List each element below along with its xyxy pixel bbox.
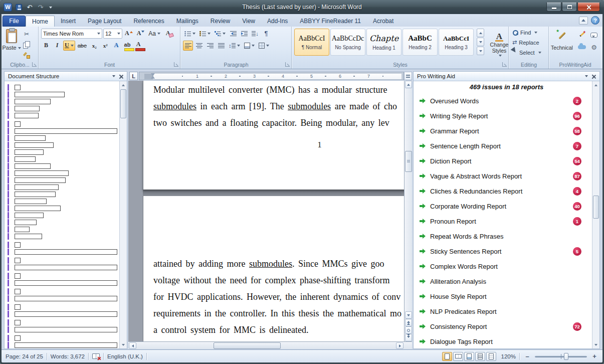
structure-item[interactable] [5,135,127,141]
structure-item[interactable] [5,311,127,317]
cut-button[interactable]: ✂ [22,29,32,39]
style-heading-2[interactable]: AaBbCHeading 2 [402,29,438,56]
structure-item[interactable] [5,192,127,197]
structure-item[interactable] [5,213,127,218]
scrollbar-thumb[interactable] [405,151,412,172]
document-line[interactable]: two switches and a floating capacitor. B… [153,115,404,131]
tab-add-ins[interactable]: Add-Ins [261,16,294,27]
align-right-button[interactable] [205,41,215,51]
next-page-button[interactable] [405,334,412,341]
report-vague-abstract-words-report[interactable]: Vague & Abstract Words Report87 [414,168,599,184]
summary-report-button[interactable] [576,30,587,41]
report-dialogue-tags-report[interactable]: Dialogue Tags Report [414,334,599,348]
structure-item[interactable] [5,342,127,348]
maximize-button[interactable] [562,3,577,12]
upload-button[interactable] [576,42,587,53]
multilevel-list-button[interactable] [213,29,227,39]
report-overused-words[interactable]: Overused Words2 [414,93,599,108]
document-line[interactable]: requirements in the controller. In this … [153,305,404,322]
line-spacing-button[interactable]: ↕ [227,41,242,51]
print-layout-button[interactable] [442,352,452,361]
structure-item[interactable] [5,149,127,155]
structure-item[interactable] [5,304,127,310]
scrollbar-thumb[interactable] [593,196,599,219]
format-painter-button[interactable] [22,50,32,60]
structure-item[interactable] [5,220,127,225]
word-app-icon[interactable]: W [4,3,12,12]
tab-insert[interactable]: Insert [55,16,82,27]
document-line[interactable]: for HVDC applications. However, the inhe… [153,289,404,305]
underline-button[interactable]: U [63,41,75,51]
structure-item[interactable] [5,106,127,111]
previous-page-button[interactable] [405,319,412,326]
justify-button[interactable] [216,41,226,51]
structure-item[interactable] [5,99,127,104]
draft-button[interactable] [486,352,496,361]
report-repeat-words-phrases[interactable]: Repeat Words & Phrases [414,229,599,244]
report-grammar-report[interactable]: Grammar Report58 [414,123,599,138]
tab-mailings[interactable]: Mailings [170,16,205,27]
styles-more-button[interactable] [477,47,484,55]
tab-abbyy-finereader-11[interactable]: ABBYY FineReader 11 [294,16,367,27]
zoom-slider-thumb[interactable] [564,353,568,360]
italic-button[interactable]: I [52,41,62,51]
zoom-out-button[interactable]: – [523,352,531,360]
scroll-up-button[interactable] [405,81,412,88]
document-horizontal-scrollbar[interactable] [128,341,412,349]
strikethrough-button[interactable]: abe [76,41,88,51]
report-complex-words-report[interactable]: Complex Words Report [414,259,599,274]
structure-panel-menu-button[interactable] [110,73,117,80]
pwa-panel-scrollbar[interactable] [592,81,599,348]
style-normal[interactable]: AaBbCcI¶ Normal [294,29,329,56]
horizontal-ruler[interactable]: 1234567 [139,72,404,80]
document-line[interactable]: attained by adding more submodules. Sinc… [153,256,404,272]
structure-item[interactable] [5,289,127,294]
font-color-button[interactable]: A [133,41,143,51]
bold-button[interactable]: B [41,41,51,51]
tab-view[interactable]: View [236,16,261,27]
structure-item[interactable] [5,163,127,169]
proofing-status-icon[interactable] [92,353,100,359]
document-page-1[interactable]: Modular multilevel converter (MMC) has a… [143,81,404,190]
page-indicator[interactable]: Page: 24 of 25 [6,353,43,359]
language-indicator[interactable]: English (U.K.) [107,353,143,359]
style-no-spacing[interactable]: AaBbCcDcNo Spacing [330,29,365,56]
numbering-button[interactable] [198,29,212,39]
tab-home[interactable]: Home [26,16,55,27]
document-line[interactable]: voltage without the need for complex pha… [153,272,404,289]
style-heading-1[interactable]: ChapteHeading 1 [366,29,401,56]
superscript-button[interactable]: x² [100,41,110,51]
document-line[interactable]: Modular multilevel converter (MMC) has a… [153,82,404,98]
scroll-up-button[interactable] [120,82,126,88]
report-diction-report[interactable]: Diction Report54 [414,153,599,168]
scroll-up-button[interactable] [593,82,599,88]
select-browse-object-button[interactable] [405,326,412,334]
structure-item[interactable] [5,170,127,176]
style-heading-3[interactable]: AaBbCcIHeading 3 [439,29,474,56]
pwa-panel-close-button[interactable] [590,73,597,80]
report-pronoun-report[interactable]: Pronoun Report1 [414,214,599,229]
tab-file[interactable]: File [3,16,26,27]
grow-font-button[interactable]: A [123,29,134,39]
structure-item[interactable] [5,296,127,301]
clear-formatting-button[interactable]: A [163,29,173,39]
increase-indent-button[interactable] [239,29,249,39]
zoom-in-button[interactable]: + [590,352,598,360]
structure-panel-scrollbar[interactable] [119,81,127,348]
outline-button[interactable] [475,352,485,361]
text-effects-button[interactable]: A [111,41,121,51]
structure-item[interactable] [5,242,127,248]
structure-item[interactable] [5,249,127,255]
undo-button[interactable]: ↶ [25,3,34,12]
help-button[interactable]: ? [591,16,599,25]
qat-customize-dropdown[interactable] [47,3,52,12]
font-family-select[interactable]: Times New Rom [41,29,102,39]
structure-item[interactable] [5,335,127,341]
document-page-2[interactable]: attained by adding more submodules. Sinc… [143,196,404,341]
structure-item[interactable] [5,121,127,127]
hanging-indent-marker[interactable] [151,74,155,79]
document-viewport[interactable]: Modular multilevel converter (MMC) has a… [128,81,404,341]
word-count[interactable]: Words: 3,672 [51,353,85,359]
sort-button[interactable]: ↓ [250,29,260,39]
report-writing-style-report[interactable]: Writing Style Report96 [414,108,599,123]
